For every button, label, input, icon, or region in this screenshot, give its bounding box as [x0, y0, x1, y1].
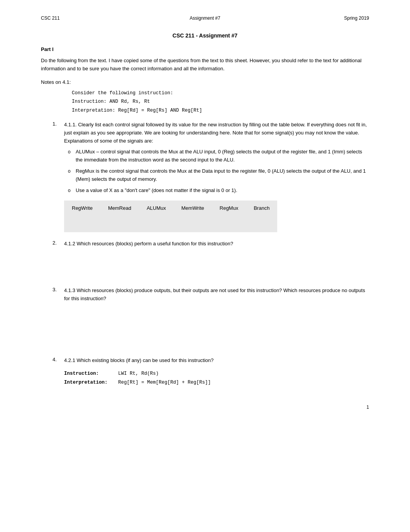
question-4-number: 4. [53, 357, 64, 387]
intro-text: Do the following from the text. I have c… [41, 57, 369, 73]
question-3-number: 3. [53, 287, 64, 342]
instruction-line-1: Instruction: LWI Rt, Rd(Rs) [64, 369, 369, 378]
question-3-text: 4.1.3 Which resources (blocks) produce o… [64, 287, 365, 301]
col-regwrite: RegWrite [64, 201, 100, 216]
question-1: 1. 4.1.1. Clearly list each control sign… [53, 121, 369, 232]
sub-item-3: o Use a value of X as a "don't care" (do… [68, 187, 369, 195]
inst-label-1: Instruction: [64, 369, 110, 378]
header-right: Spring 2019 [260, 15, 369, 21]
code-block: Consider the following instruction: Inst… [72, 89, 369, 115]
signal-table-container: RegWrite MemRead ALUMux MemWrite RegMux … [64, 201, 369, 232]
question-2-text: 4.1.2 Which resources (blocks) perform a… [64, 241, 233, 246]
question-4-content: 4.2.1 Which existing blocks (if any) can… [64, 357, 369, 387]
question-1-text: 4.1.1. Clearly list each control signal … [64, 122, 367, 144]
instruction-line-2: Interpretation: Reg[Rt] = Mem[Reg[Rd] + … [64, 378, 369, 387]
sub-text-1: ALUMux – control signal that controls th… [76, 148, 369, 164]
question-1-content: 4.1.1. Clearly list each control signal … [64, 121, 369, 232]
code-line-1: Consider the following instruction: [72, 89, 369, 98]
val-branch [246, 216, 277, 232]
question-4: 4. 4.2.1 Which existing blocks (if any) … [53, 357, 369, 387]
table-row: RegWrite MemRead ALUMux MemWrite RegMux … [64, 201, 277, 216]
col-branch: Branch [246, 201, 277, 216]
sub-bullet-1: o [68, 148, 76, 156]
sub-item-1: o ALUMux – control signal that controls … [68, 148, 369, 164]
inst-label-2: Interpretation: [64, 378, 110, 387]
table-row-empty [64, 216, 277, 232]
question-2-content: 4.1.2 Which resources (blocks) perform a… [64, 240, 369, 271]
code-line-2: Instruction: AND Rd, Rs, Rt [72, 97, 369, 106]
question-4-text: 4.2.1 Which existing blocks (if any) can… [64, 357, 213, 363]
question-2: 2. 4.1.2 Which resources (blocks) perfor… [53, 240, 369, 271]
instruction-block: Instruction: LWI Rt, Rd(Rs) Interpretati… [64, 369, 369, 387]
col-memread: MemRead [100, 201, 139, 216]
inst-value-2: Reg[Rt] = Mem[Reg[Rd] + Reg[Rs]] [118, 378, 211, 387]
sub-list: o ALUMux – control signal that controls … [68, 148, 369, 194]
answer-space-2 [64, 248, 369, 271]
val-memread [100, 216, 139, 232]
header-left: CSC 211 [41, 15, 150, 21]
sub-text-3: Use a value of X as a "don't care" (does… [76, 187, 237, 195]
question-3-content: 4.1.3 Which resources (blocks) produce o… [64, 287, 369, 342]
sub-item-2: o RegMux is the control signal that cont… [68, 167, 369, 184]
sub-bullet-3: o [68, 187, 76, 194]
sub-bullet-2: o [68, 168, 76, 175]
sub-text-2: RegMux is the control signal that contro… [76, 167, 369, 184]
question-1-number: 1. [53, 121, 64, 232]
code-line-3: Interpretation: Reg[Rd] = Reg[Rs] AND Re… [72, 106, 369, 115]
val-regwrite [64, 216, 100, 232]
inst-value-1: LWI Rt, Rd(Rs) [118, 369, 159, 378]
val-regmux [212, 216, 246, 232]
header-center: Assignment #7 [150, 15, 259, 21]
page-number: 1 [366, 405, 369, 410]
col-alumux: ALUMux [139, 201, 174, 216]
numbered-list: 1. 4.1.1. Clearly list each control sign… [53, 121, 369, 387]
val-alumux [139, 216, 174, 232]
page-title: CSC 211 - Assignment #7 [41, 32, 369, 39]
col-regmux: RegMux [212, 201, 246, 216]
col-memwrite: MemWrite [174, 201, 212, 216]
part-heading: Part I [41, 46, 369, 52]
question-2-number: 2. [53, 240, 64, 271]
val-memwrite [174, 216, 212, 232]
answer-space-3 [64, 303, 369, 326]
signal-table: RegWrite MemRead ALUMux MemWrite RegMux … [64, 201, 277, 232]
notes-label: Notes on 4.1: [41, 79, 369, 85]
question-3: 3. 4.1.3 Which resources (blocks) produc… [53, 287, 369, 342]
